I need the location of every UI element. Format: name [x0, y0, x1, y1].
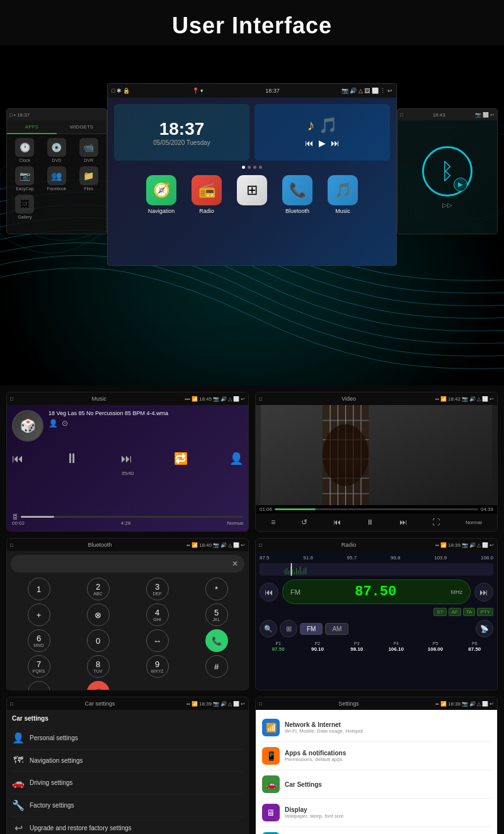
radio-prev-btn[interactable]: ⏮ [260, 583, 278, 602]
radio-tags-row: ST AF TA PTY [260, 608, 493, 616]
music-screen-icon: ⬜ [233, 396, 239, 402]
video-loop-btn[interactable]: ↺ [301, 518, 307, 527]
key-0[interactable]: 0 [87, 629, 110, 652]
list-item[interactable]: 👥 Facebook [43, 166, 71, 191]
key-2[interactable]: 2ABC [87, 578, 110, 600]
radio-preset-p1[interactable]: P1 87.50 [260, 641, 297, 652]
music-back-icon[interactable]: ↩ [241, 396, 245, 402]
bt-skip-icon[interactable]: ▷▷ [442, 202, 452, 208]
radio-back-icon[interactable]: ↩ [490, 542, 494, 548]
network-text: Network & Internet Wi-Fi, Mobile, Data u… [285, 721, 363, 734]
person-button[interactable]: 👤 [229, 452, 243, 466]
radio-tag-st: ST [433, 608, 446, 616]
bluetooth-app[interactable]: 📞 Bluetooth [278, 175, 316, 214]
video-next-btn[interactable]: ⏭ [399, 518, 407, 527]
radio-statusbar-icons: ▪▪ 📶 18:39 📷 🔊 △ ⬜ ↩ [435, 542, 494, 548]
prev-track-button[interactable]: ⏮ [12, 452, 23, 466]
navigation-settings-item[interactable]: 🗺 Navigation settings [12, 750, 243, 772]
key-star[interactable]: * [205, 578, 228, 600]
left-tab-apps[interactable]: APPS [7, 120, 57, 134]
key-6[interactable]: 6MNO [28, 629, 50, 652]
personal-settings-item[interactable]: 👤 Personal settings [12, 727, 243, 750]
radio-preset-p4[interactable]: P4 106.10 [377, 641, 415, 652]
factory-settings-item[interactable]: 🔧 Factory settings [12, 794, 243, 817]
radio-freq-labels: 87.5 91.6 95.7 99.8 103.9 108.0 [260, 555, 493, 561]
key-arrow[interactable]: ▷ [28, 681, 50, 690]
list-item[interactable]: 📹 DVR [74, 138, 103, 163]
android-back-icon[interactable]: ↩ [490, 701, 494, 707]
key-plus[interactable]: + [28, 603, 50, 626]
music-progress-bar[interactable] [21, 516, 243, 518]
music-panel-statusbar: □ Music ▪▪▪ 📶 18:45 📷 🔊 △ ⬜ ↩ [7, 392, 248, 405]
apps-app[interactable]: ⊞ [233, 175, 271, 214]
bt-play-button[interactable]: ▶ [454, 178, 467, 191]
upgrade-icon: ↩ [12, 822, 25, 834]
radio-app[interactable]: 📻 Radio [188, 175, 226, 214]
display-setting-item[interactable]: 🖥 Display Wallpaper, sleep, font size [260, 799, 493, 827]
bt-back-icon[interactable]: ↩ [241, 542, 245, 548]
radio-antenna-btn[interactable]: 📡 [476, 620, 493, 637]
list-item[interactable]: 📁 Files [74, 166, 103, 191]
apps-name: Apps & notifications [285, 750, 346, 757]
key-7[interactable]: 7PQRS [28, 655, 50, 678]
radio-search-btn[interactable]: 🔍 [260, 620, 277, 637]
right-screen: □ 18:43 📷 ⬜ ↩ ᛒ ▶ ▷▷ [397, 108, 498, 234]
bt-clear-icon[interactable]: ✕ [232, 559, 238, 568]
key-4[interactable]: 4GHI [146, 603, 169, 626]
upgrade-settings-item[interactable]: ↩ Upgrade and restore factory settings [12, 817, 243, 834]
key-end[interactable]: 📵 [87, 681, 110, 690]
dvd-app-label: DVD [52, 158, 62, 163]
repeat-button[interactable]: 🔁 [174, 452, 188, 466]
radio-app-label: Radio [199, 208, 214, 214]
radio-next-btn[interactable]: ⏭ [474, 583, 493, 602]
radio-am-btn[interactable]: AM [325, 623, 348, 635]
next-track-button[interactable]: ⏭ [121, 452, 132, 466]
apps-setting-item[interactable]: 📱 Apps & notifications Permissions, defa… [260, 742, 493, 770]
list-item[interactable]: 🖼 Gallery [11, 195, 39, 219]
list-item[interactable]: 🕐 Clock [11, 138, 39, 163]
radio-fm-btn[interactable]: FM [300, 623, 323, 635]
music-time: 18:45 [199, 396, 212, 402]
play-icon[interactable]: ▶ [319, 138, 326, 148]
nav-app[interactable]: 🧭 Navigation [142, 175, 180, 214]
driving-settings-item[interactable]: 🚗 Driving settings [12, 772, 243, 794]
video-prev-btn[interactable]: ⏮ [333, 518, 341, 527]
video-progress-bar[interactable] [275, 508, 478, 510]
key-3[interactable]: 3DEF [146, 578, 169, 600]
video-back-icon[interactable]: ↩ [490, 396, 494, 402]
android-settings-statusbar: □ Settings ▪▪ 📶 18:38 📷 🔊 △ ⬜ ↩ [256, 697, 497, 710]
bt-search-input[interactable] [17, 561, 232, 568]
radio-preset-p3[interactable]: P3 98.10 [338, 641, 375, 652]
radio-preset-p2[interactable]: P2 90.10 [299, 641, 336, 652]
video-total-time: 04:39 [481, 506, 493, 512]
prev-icon[interactable]: ⏮ [305, 138, 314, 148]
radio-grid-btn[interactable]: ⊞ [280, 620, 297, 637]
panels-row-2: □ Bluetooth ▪▪ 📶 18:40 📷 🔊 △ ⬜ ↩ ✕ [0, 538, 504, 697]
key-delete[interactable]: ⊗ [87, 603, 110, 626]
car-vol-icon: 🔊 [220, 701, 227, 707]
key-1[interactable]: 1 [28, 578, 50, 600]
radio-preset-p6[interactable]: P6 87.50 [456, 641, 493, 652]
sound-setting-item[interactable]: 🔊 Sound Volume, vibration, Do Not Distur… [260, 827, 493, 834]
pause-button[interactable]: ⏸ [65, 450, 79, 467]
video-menu-btn[interactable]: ≡ [271, 518, 275, 527]
left-tab-widgets[interactable]: WIDGETS [57, 120, 106, 134]
list-item[interactable]: 💿 DVD [43, 138, 71, 163]
next-icon[interactable]: ⏭ [331, 138, 340, 148]
network-setting-item[interactable]: 📶 Network & Internet Wi-Fi, Mobile, Data… [260, 714, 493, 742]
key-9[interactable]: 9WXYZ [146, 655, 169, 678]
key-5[interactable]: 5JKL [205, 603, 228, 626]
list-item[interactable]: 📷 EasyCap [11, 166, 39, 191]
key-swap[interactable]: ↔ [146, 629, 169, 652]
car-setting-item[interactable]: 🚗 Car Settings [260, 770, 493, 799]
music-app[interactable]: 🎵 Music [324, 175, 362, 214]
video-fullscreen-btn[interactable]: ⛶ [432, 518, 440, 527]
car-camera-icon: 📷 [213, 701, 219, 707]
music-camera-icon: 📷 [213, 396, 219, 402]
video-play-btn[interactable]: ⏸ [366, 518, 374, 527]
key-8[interactable]: 8TUV [87, 655, 110, 678]
car-back-icon[interactable]: ↩ [241, 701, 245, 707]
key-hash[interactable]: # [205, 655, 228, 678]
key-call[interactable]: 📞 [205, 629, 228, 652]
radio-preset-p5[interactable]: P5 108.00 [416, 641, 454, 652]
